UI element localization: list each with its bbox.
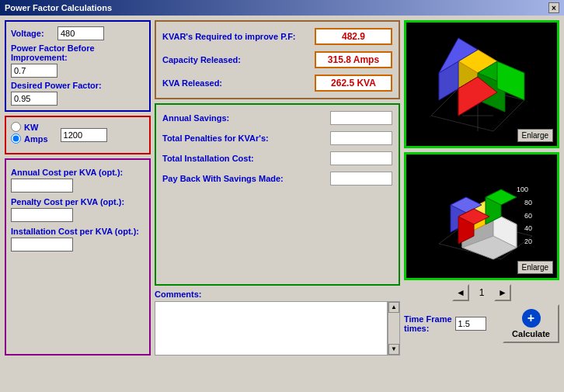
scroll-down-arrow[interactable]: ▼	[388, 344, 399, 355]
amps-radio-label: Amps	[24, 134, 48, 144]
desired-pf-label: Desired Power Factor:	[11, 81, 144, 90]
chart-panel-2: 100 80 60 40 20 Enlarge	[404, 152, 559, 280]
radio-group: KW Amps	[11, 122, 48, 145]
chart-panel-1: Enlarge	[404, 20, 559, 148]
time-calc-row: Time Frametimes: + Calculate	[404, 304, 559, 343]
svg-text:100: 100	[517, 186, 528, 193]
svg-text:60: 60	[524, 212, 532, 220]
next-button[interactable]: ►	[494, 284, 511, 301]
installation-value	[330, 151, 392, 165]
penalties-row: Total Penalties for KVAr's:	[162, 131, 392, 145]
page-number: 1	[474, 287, 489, 298]
kw-radio-row: KW	[11, 122, 48, 132]
svg-text:80: 80	[524, 199, 532, 206]
right-column: Enlarge	[404, 20, 559, 356]
kva-row: KVA Released: 262.5 KVA	[162, 75, 392, 92]
chart-graphic-2: 100 80 60 40 20	[406, 154, 557, 278]
savings-panel: Annual Savings: Total Penalties for KVAr…	[155, 103, 400, 286]
installation-label: Total Installation Cost:	[162, 154, 330, 163]
calculate-button[interactable]: + Calculate	[503, 304, 559, 343]
installation-cost-label: Installation Cost per KVA (opt.):	[11, 227, 144, 236]
payback-label: Pay Back With Savings Made:	[162, 174, 330, 183]
kvar-label: KVAR's Required to improve P.F:	[162, 32, 315, 41]
kvar-row: KVAR's Required to improve P.F: 482.9	[162, 28, 392, 45]
kva-value: 262.5 KVA	[315, 75, 392, 92]
payback-row: Pay Back With Savings Made:	[162, 172, 392, 186]
capacity-row: Capacity Released: 315.8 Amps	[162, 51, 392, 68]
scroll-up-arrow[interactable]: ▲	[388, 302, 399, 313]
capacity-value: 315.8 Amps	[315, 51, 392, 68]
chart-graphic-1	[406, 23, 557, 146]
svg-text:40: 40	[524, 224, 532, 232]
voltage-label: Voltage:	[11, 29, 57, 38]
nav-calc-section: ◄ 1 ► Time Frametimes: + Calculate	[404, 284, 559, 343]
chart-svg-2: 100 80 60 40 20	[416, 162, 548, 271]
enlarge-button-1[interactable]: Enlarge	[517, 129, 553, 142]
capacity-label: Capacity Released:	[162, 55, 315, 64]
optional-costs-panel: Annual Cost per KVA (opt.): Penalty Cost…	[5, 158, 151, 356]
svg-text:20: 20	[524, 238, 532, 245]
comments-section: Comments: ▲ ▼	[155, 290, 400, 356]
voltage-pf-panel: Voltage: Power Factor Before Improvement…	[5, 20, 151, 112]
comments-scrollbar: ▲ ▼	[388, 301, 400, 356]
installation-row: Total Installation Cost:	[162, 151, 392, 165]
enlarge-button-2[interactable]: Enlarge	[517, 261, 553, 274]
calculate-icon: +	[522, 309, 541, 328]
penalty-cost-label: Penalty Cost per KVA (opt.):	[11, 197, 144, 206]
annual-cost-input[interactable]	[11, 179, 73, 193]
svg-line-0	[431, 116, 493, 131]
prev-button[interactable]: ◄	[452, 284, 469, 301]
window-title: Power Factor Calculations	[5, 3, 112, 12]
kw-amps-input[interactable]	[61, 128, 107, 142]
penalties-value	[330, 131, 392, 145]
chart-svg-1	[416, 30, 548, 139]
nav-row: ◄ 1 ►	[404, 284, 559, 301]
comments-area-wrap: ▲ ▼	[155, 301, 400, 356]
middle-column: KVAR's Required to improve P.F: 482.9 Ca…	[155, 20, 400, 356]
kw-amps-panel: KW Amps	[5, 116, 151, 154]
installation-cost-input[interactable]	[11, 238, 73, 252]
left-column: Voltage: Power Factor Before Improvement…	[5, 20, 151, 356]
title-bar: Power Factor Calculations ×	[0, 0, 564, 16]
annual-savings-row: Annual Savings:	[162, 111, 392, 125]
comments-textarea[interactable]	[155, 301, 388, 356]
kvar-value: 482.9	[315, 28, 392, 45]
annual-savings-label: Annual Savings:	[162, 113, 330, 123]
annual-savings-value	[330, 111, 392, 125]
pf-before-input[interactable]	[11, 64, 57, 78]
kw-radio-label: KW	[24, 123, 38, 132]
time-frame-label: Time Frametimes:	[404, 314, 452, 333]
time-frame-section: Time Frametimes:	[404, 314, 486, 333]
desired-pf-input[interactable]	[11, 92, 57, 106]
amps-radio-row: Amps	[11, 134, 48, 144]
voltage-input[interactable]	[57, 26, 104, 40]
calculate-label: Calculate	[512, 329, 550, 338]
kw-radio[interactable]	[11, 122, 21, 132]
penalty-cost-input[interactable]	[11, 208, 73, 222]
amps-radio[interactable]	[11, 134, 21, 144]
results-panel: KVAR's Required to improve P.F: 482.9 Ca…	[155, 20, 400, 99]
time-frame-input[interactable]	[455, 317, 486, 331]
payback-value	[330, 172, 392, 186]
annual-cost-label: Annual Cost per KVA (opt.):	[11, 168, 144, 177]
pf-before-label: Power Factor Before Improvement:	[11, 43, 144, 62]
penalties-label: Total Penalties for KVAr's:	[162, 134, 330, 143]
comments-label: Comments:	[155, 290, 400, 299]
close-button[interactable]: ×	[548, 2, 559, 13]
voltage-row: Voltage:	[11, 26, 144, 40]
kva-label: KVA Released:	[162, 78, 315, 88]
